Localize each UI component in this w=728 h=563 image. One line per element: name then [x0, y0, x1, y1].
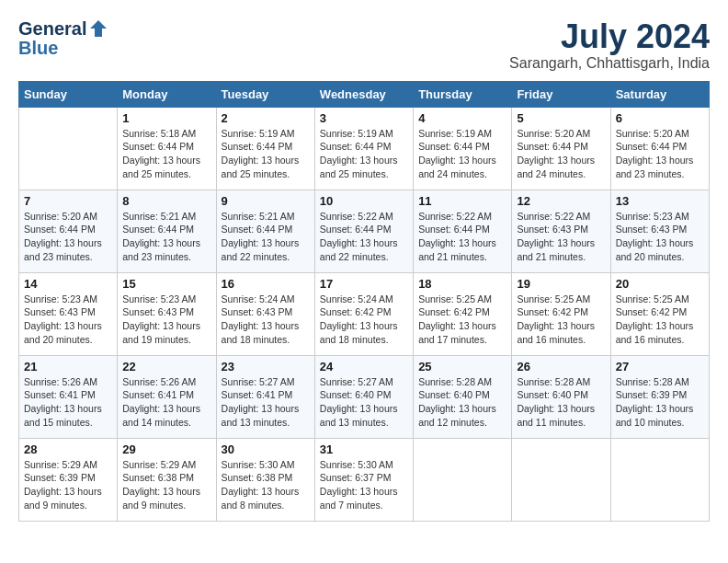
day-info: Sunrise: 5:27 AM Sunset: 6:41 PM Dayligh… — [222, 375, 310, 430]
calendar-cell: 20Sunrise: 5:25 AM Sunset: 6:42 PM Dayli… — [610, 272, 709, 355]
header-cell-thursday: Thursday — [414, 81, 512, 107]
calendar-cell: 17Sunrise: 5:24 AM Sunset: 6:42 PM Dayli… — [314, 272, 413, 355]
day-number: 16 — [222, 277, 310, 291]
day-info: Sunrise: 5:28 AM Sunset: 6:39 PM Dayligh… — [616, 375, 704, 430]
calendar-cell: 1Sunrise: 5:18 AM Sunset: 6:44 PM Daylig… — [118, 107, 216, 190]
day-info: Sunrise: 5:25 AM Sunset: 6:42 PM Dayligh… — [616, 293, 704, 347]
page-header: General Blue July 2024 Sarangarh, Chhatt… — [18, 18, 710, 72]
day-info: Sunrise: 5:23 AM Sunset: 6:43 PM Dayligh… — [122, 293, 210, 347]
calendar-cell: 7Sunrise: 5:20 AM Sunset: 6:44 PM Daylig… — [19, 190, 118, 272]
day-info: Sunrise: 5:21 AM Sunset: 6:44 PM Dayligh… — [122, 210, 210, 264]
day-number: 11 — [418, 194, 506, 208]
month-title: July 2024 — [509, 18, 710, 55]
day-info: Sunrise: 5:19 AM Sunset: 6:44 PM Dayligh… — [222, 127, 310, 181]
header-cell-monday: Monday — [118, 81, 216, 107]
calendar-cell: 6Sunrise: 5:20 AM Sunset: 6:44 PM Daylig… — [610, 107, 709, 190]
day-number: 27 — [616, 360, 704, 373]
logo-general-text: General — [18, 19, 86, 38]
day-info: Sunrise: 5:28 AM Sunset: 6:40 PM Dayligh… — [517, 375, 605, 430]
calendar-cell: 26Sunrise: 5:28 AM Sunset: 6:40 PM Dayli… — [512, 355, 610, 438]
day-number: 14 — [24, 277, 112, 291]
day-number: 9 — [222, 194, 310, 208]
week-row-5: 28Sunrise: 5:29 AM Sunset: 6:39 PM Dayli… — [19, 438, 710, 521]
calendar-table: SundayMondayTuesdayWednesdayThursdayFrid… — [18, 81, 710, 522]
svg-marker-0 — [90, 20, 107, 37]
calendar-cell: 11Sunrise: 5:22 AM Sunset: 6:44 PM Dayli… — [414, 190, 512, 272]
day-number: 29 — [122, 442, 210, 456]
day-info: Sunrise: 5:19 AM Sunset: 6:44 PM Dayligh… — [418, 127, 506, 181]
day-number: 20 — [616, 277, 704, 291]
calendar-cell: 29Sunrise: 5:29 AM Sunset: 6:38 PM Dayli… — [118, 438, 216, 521]
day-number: 28 — [24, 442, 112, 456]
day-info: Sunrise: 5:23 AM Sunset: 6:43 PM Dayligh… — [24, 293, 112, 347]
calendar-cell: 23Sunrise: 5:27 AM Sunset: 6:41 PM Dayli… — [216, 355, 314, 438]
day-info: Sunrise: 5:18 AM Sunset: 6:44 PM Dayligh… — [122, 127, 210, 181]
day-number: 19 — [517, 277, 605, 291]
day-number: 10 — [320, 194, 408, 208]
day-number: 5 — [517, 111, 605, 125]
calendar-cell: 15Sunrise: 5:23 AM Sunset: 6:43 PM Dayli… — [118, 272, 216, 355]
calendar-cell — [414, 438, 512, 521]
week-row-2: 7Sunrise: 5:20 AM Sunset: 6:44 PM Daylig… — [19, 190, 710, 272]
calendar-cell: 2Sunrise: 5:19 AM Sunset: 6:44 PM Daylig… — [216, 107, 314, 190]
header-cell-friday: Friday — [512, 81, 610, 107]
day-info: Sunrise: 5:30 AM Sunset: 6:38 PM Dayligh… — [222, 458, 310, 512]
calendar-cell: 24Sunrise: 5:27 AM Sunset: 6:40 PM Dayli… — [314, 355, 413, 438]
calendar-cell — [19, 107, 118, 190]
day-number: 31 — [320, 442, 408, 456]
day-info: Sunrise: 5:29 AM Sunset: 6:38 PM Dayligh… — [122, 458, 210, 512]
day-info: Sunrise: 5:25 AM Sunset: 6:42 PM Dayligh… — [418, 293, 506, 347]
day-number: 6 — [616, 111, 704, 125]
day-info: Sunrise: 5:24 AM Sunset: 6:43 PM Dayligh… — [222, 293, 310, 347]
calendar-cell: 13Sunrise: 5:23 AM Sunset: 6:43 PM Dayli… — [610, 190, 709, 272]
calendar-cell: 10Sunrise: 5:22 AM Sunset: 6:44 PM Dayli… — [314, 190, 413, 272]
day-info: Sunrise: 5:21 AM Sunset: 6:44 PM Dayligh… — [222, 210, 310, 264]
calendar-cell: 5Sunrise: 5:20 AM Sunset: 6:44 PM Daylig… — [512, 107, 610, 190]
logo-icon — [88, 18, 108, 39]
day-info: Sunrise: 5:20 AM Sunset: 6:44 PM Dayligh… — [616, 127, 704, 181]
day-number: 30 — [222, 442, 310, 456]
day-number: 24 — [320, 360, 408, 373]
day-info: Sunrise: 5:24 AM Sunset: 6:42 PM Dayligh… — [320, 293, 408, 347]
calendar-cell: 19Sunrise: 5:25 AM Sunset: 6:42 PM Dayli… — [512, 272, 610, 355]
calendar-cell: 12Sunrise: 5:22 AM Sunset: 6:43 PM Dayli… — [512, 190, 610, 272]
day-number: 8 — [122, 194, 210, 208]
day-info: Sunrise: 5:30 AM Sunset: 6:37 PM Dayligh… — [320, 458, 408, 512]
day-number: 12 — [517, 194, 605, 208]
header-row: SundayMondayTuesdayWednesdayThursdayFrid… — [19, 81, 710, 107]
day-number: 15 — [122, 277, 210, 291]
calendar-cell: 21Sunrise: 5:26 AM Sunset: 6:41 PM Dayli… — [19, 355, 118, 438]
calendar-cell: 25Sunrise: 5:28 AM Sunset: 6:40 PM Dayli… — [414, 355, 512, 438]
day-number: 26 — [517, 360, 605, 373]
calendar-cell: 28Sunrise: 5:29 AM Sunset: 6:39 PM Dayli… — [19, 438, 118, 521]
day-info: Sunrise: 5:22 AM Sunset: 6:43 PM Dayligh… — [517, 210, 605, 264]
calendar-cell: 18Sunrise: 5:25 AM Sunset: 6:42 PM Dayli… — [414, 272, 512, 355]
calendar-cell: 30Sunrise: 5:30 AM Sunset: 6:38 PM Dayli… — [216, 438, 314, 521]
day-info: Sunrise: 5:19 AM Sunset: 6:44 PM Dayligh… — [320, 127, 408, 181]
day-info: Sunrise: 5:25 AM Sunset: 6:42 PM Dayligh… — [517, 293, 605, 347]
day-number: 25 — [418, 360, 506, 373]
calendar-cell: 22Sunrise: 5:26 AM Sunset: 6:41 PM Dayli… — [118, 355, 216, 438]
day-number: 7 — [24, 194, 112, 208]
calendar-cell: 4Sunrise: 5:19 AM Sunset: 6:44 PM Daylig… — [414, 107, 512, 190]
calendar-cell: 31Sunrise: 5:30 AM Sunset: 6:37 PM Dayli… — [314, 438, 413, 521]
day-info: Sunrise: 5:28 AM Sunset: 6:40 PM Dayligh… — [418, 375, 506, 430]
day-info: Sunrise: 5:29 AM Sunset: 6:39 PM Dayligh… — [24, 458, 112, 512]
calendar-cell: 16Sunrise: 5:24 AM Sunset: 6:43 PM Dayli… — [216, 272, 314, 355]
calendar-cell: 8Sunrise: 5:21 AM Sunset: 6:44 PM Daylig… — [118, 190, 216, 272]
day-info: Sunrise: 5:20 AM Sunset: 6:44 PM Dayligh… — [517, 127, 605, 181]
calendar-cell: 14Sunrise: 5:23 AM Sunset: 6:43 PM Dayli… — [19, 272, 118, 355]
location-title: Sarangarh, Chhattisgarh, India — [509, 55, 710, 72]
day-info: Sunrise: 5:27 AM Sunset: 6:40 PM Dayligh… — [320, 375, 408, 430]
day-number: 4 — [418, 111, 506, 125]
day-info: Sunrise: 5:20 AM Sunset: 6:44 PM Dayligh… — [24, 210, 112, 264]
week-row-1: 1Sunrise: 5:18 AM Sunset: 6:44 PM Daylig… — [19, 107, 710, 190]
calendar-cell: 9Sunrise: 5:21 AM Sunset: 6:44 PM Daylig… — [216, 190, 314, 272]
header-cell-wednesday: Wednesday — [314, 81, 413, 107]
day-info: Sunrise: 5:23 AM Sunset: 6:43 PM Dayligh… — [616, 210, 704, 264]
day-info: Sunrise: 5:26 AM Sunset: 6:41 PM Dayligh… — [24, 375, 112, 430]
logo-blue-text: Blue — [18, 39, 58, 57]
header-cell-sunday: Sunday — [19, 81, 118, 107]
day-info: Sunrise: 5:26 AM Sunset: 6:41 PM Dayligh… — [122, 375, 210, 430]
calendar-cell: 3Sunrise: 5:19 AM Sunset: 6:44 PM Daylig… — [314, 107, 413, 190]
